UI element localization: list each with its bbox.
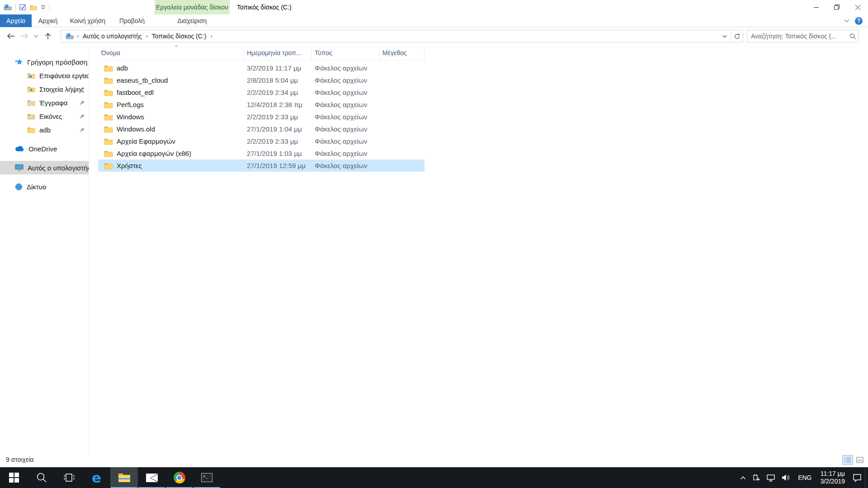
qat-customize-icon[interactable] [41, 5, 46, 9]
start-button[interactable] [0, 467, 28, 488]
sidebar-item-quick-access[interactable]: Γρήγορη πρόσβαση [0, 55, 89, 69]
navigation-buttons [5, 30, 54, 42]
search-box [747, 30, 859, 42]
pin-icon [79, 99, 85, 107]
thumbnails-view-icon [856, 457, 863, 463]
tab-share[interactable]: Κοινή χρήση [66, 14, 109, 27]
hidden-icons-button[interactable] [737, 467, 749, 488]
properties-icon[interactable] [19, 4, 26, 11]
sidebar-item-label: Δίκτυο [27, 183, 46, 191]
sidebar-item-downloads[interactable]: Στοιχεία λήψης [0, 82, 89, 96]
taskbar-search-button[interactable] [28, 467, 55, 488]
column-header-name[interactable]: Όνομα [98, 45, 244, 61]
minimize-icon [814, 5, 819, 10]
restore-icon [834, 5, 840, 10]
pin-icon [79, 72, 85, 80]
usb-icon [752, 474, 760, 482]
language-indicator[interactable]: ENG [794, 474, 816, 481]
clock[interactable]: 11:17 μμ 3/2/2019 [816, 470, 850, 485]
sidebar-item-network[interactable]: Δίκτυο [0, 180, 89, 193]
recent-locations-button[interactable] [32, 30, 41, 42]
new-folder-icon[interactable] [30, 5, 37, 10]
column-header-size[interactable]: Μέγεθος [379, 45, 425, 61]
sidebar-item-this-pc[interactable]: Αυτός ο υπολογιστής [0, 161, 89, 174]
sidebar-item-documents[interactable]: Έγγραφα [0, 96, 89, 109]
chevron-down-icon [34, 35, 38, 38]
mail-taskbar-icon[interactable] [138, 467, 165, 488]
ribbon-tab-bar: Αρχείο Αρχική Κοινή χρήση Προβολή Διαχεί… [0, 14, 868, 27]
task-view-button[interactable] [55, 467, 83, 488]
sidebar-item-pictures[interactable]: Εικόνες [0, 109, 89, 123]
file-row-program-files[interactable]: Αρχεία Εφαρμογών 2/2/2019 2:33 μμ Φάκελο… [98, 135, 425, 147]
window-title: Τοπικός δίσκος (C:) [237, 0, 292, 14]
file-row-windows[interactable]: Windows 2/2/2019 2:33 μμ Φάκελος αρχείων [98, 111, 425, 123]
clock-date: 3/2/2019 [821, 478, 845, 485]
command-prompt-taskbar-icon[interactable]: >_ [193, 467, 221, 488]
forward-button[interactable] [18, 30, 31, 42]
file-list-pane: ^ Όνομα Ημερομηνία τροπ... Τύπος Μέγεθος… [89, 45, 868, 452]
item-count: 9 στοιχεία [6, 456, 33, 463]
network-icon [15, 183, 23, 191]
help-button[interactable]: ? [855, 17, 863, 25]
tab-home[interactable]: Αρχική [36, 14, 60, 27]
file-type: Φάκελος αρχείων [311, 89, 379, 96]
restore-button[interactable] [826, 0, 847, 14]
file-date: 27/1/2019 1:04 μμ [244, 125, 311, 133]
close-icon [855, 5, 860, 10]
sidebar-item-adb[interactable]: adb [0, 123, 89, 136]
thumbnails-view-button[interactable] [854, 455, 865, 465]
address-bar[interactable]: › Αυτός ο υπολογιστής › Τοπικός δίσκος (… [61, 30, 743, 42]
file-row-users[interactable]: Χρήστες 27/1/2019 12:59 μμ Φάκελος αρχεί… [98, 160, 425, 172]
sidebar-item-label: Έγγραφα [39, 99, 67, 107]
drive-icon [4, 4, 12, 10]
column-header-date-modified[interactable]: Ημερομηνία τροπ... [244, 45, 311, 61]
tab-manage[interactable]: Διαχείριση [155, 14, 230, 27]
file-rows: adb 3/2/2019 11:17 μμ Φάκελος αρχείων ea… [89, 62, 868, 172]
forward-arrow-icon [20, 33, 28, 39]
file-row-program-files-x86[interactable]: Αρχεία εφαρμογών (x86) 27/1/2019 1:03 μμ… [98, 147, 425, 160]
file-date: 2/8/2018 5:04 μμ [244, 76, 311, 84]
sidebar-item-onedrive[interactable]: OneDrive [0, 142, 89, 155]
details-view-button[interactable] [842, 455, 853, 465]
back-button[interactable] [5, 30, 17, 42]
sidebar-item-desktop[interactable]: Επιφάνεια εργασ [0, 69, 89, 82]
action-center-button[interactable] [849, 467, 865, 488]
windows-logo-icon [9, 473, 19, 483]
tab-file[interactable]: Αρχείο [0, 14, 32, 27]
expand-ribbon-chevron-icon[interactable] [844, 19, 849, 23]
back-arrow-icon [7, 33, 15, 39]
search-icon [36, 472, 47, 483]
breadcrumb-item-local-disk-c[interactable]: Τοπικός δίσκος (C:) [150, 30, 208, 42]
file-row-windows-old[interactable]: Windows.old 27/1/2019 1:04 μμ Φάκελος αρ… [98, 123, 425, 135]
task-view-icon [63, 473, 75, 483]
file-row-adb[interactable]: adb 3/2/2019 11:17 μμ Φάκελος αρχείων [98, 62, 425, 74]
edge-taskbar-icon[interactable]: e [83, 467, 110, 488]
show-desktop-button[interactable] [865, 467, 868, 488]
volume-tray-button[interactable] [778, 467, 794, 488]
breadcrumb-item-this-pc[interactable]: Αυτός ο υπολογιστής [81, 30, 144, 42]
file-explorer-taskbar-icon[interactable] [110, 467, 138, 488]
tab-view[interactable]: Προβολή [115, 14, 149, 27]
this-pc-icon [15, 164, 24, 171]
spacer [0, 174, 89, 180]
minimize-button[interactable] [806, 0, 826, 14]
folder-icon [104, 113, 113, 121]
refresh-button[interactable] [731, 30, 743, 42]
network-tray-button[interactable] [763, 467, 778, 488]
chrome-taskbar-icon[interactable] [165, 467, 193, 488]
up-button[interactable] [42, 30, 54, 42]
close-button[interactable] [847, 0, 868, 14]
usb-tray-button[interactable] [749, 467, 763, 488]
column-header-type[interactable]: Τύπος [311, 45, 379, 61]
file-name: Αρχεία εφαρμογών (x86) [117, 150, 191, 157]
mail-icon [146, 474, 158, 482]
file-type: Φάκελος αρχείων [311, 137, 379, 145]
file-row-perflogs[interactable]: PerfLogs 12/4/2018 2:38 πμ Φάκελος αρχεί… [98, 99, 425, 111]
address-dropdown-button[interactable] [719, 30, 731, 42]
file-type: Φάκελος αρχείων [311, 113, 379, 121]
downloads-folder-icon [27, 86, 35, 93]
search-input[interactable] [747, 33, 847, 40]
file-row-easeus-tb-cloud[interactable]: easeus_tb_cloud 2/8/2018 5:04 μμ Φάκελος… [98, 74, 425, 86]
file-row-fastboot-edl[interactable]: fastboot_edl 2/2/2019 2:34 μμ Φάκελος αρ… [98, 86, 425, 99]
search-button[interactable] [847, 33, 859, 40]
